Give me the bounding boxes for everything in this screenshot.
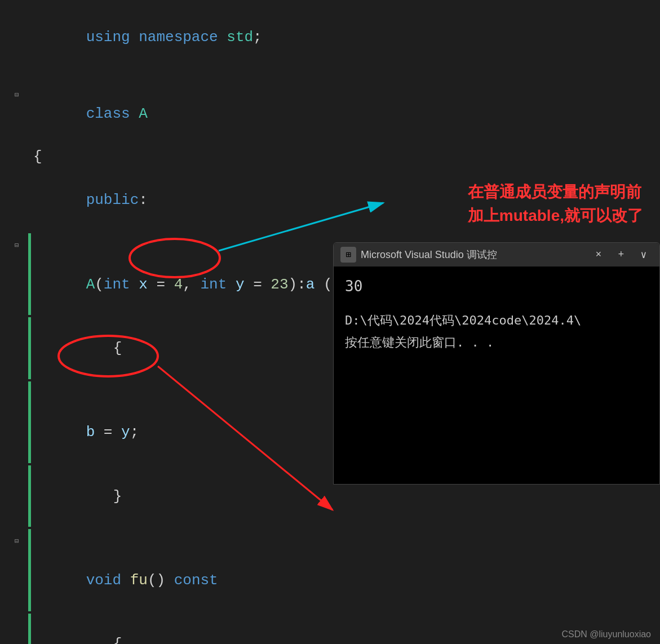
terminal-path: D:\代码\2024代码\2024code\2024.4\ — [345, 311, 648, 330]
csdn-watermark: CSDN @liuyunluoxiao — [561, 629, 651, 639]
annotation-line1: 在普通成员变量的声明前 — [468, 180, 643, 204]
code-line-using: using namespace std; — [0, 6, 660, 69]
green-bar-3 — [28, 381, 31, 464]
green-bar-2 — [28, 317, 31, 379]
code-line-blank1 — [0, 69, 660, 82]
green-bar-5 — [28, 529, 31, 611]
collapse-icon-fu[interactable]: ⊟ — [15, 537, 23, 545]
code-line-void-fu: ⊟ void fu() const — [0, 528, 660, 612]
terminal-add-button[interactable]: + — [612, 247, 630, 263]
terminal-close-button[interactable]: × — [590, 247, 608, 263]
terminal-body: 30 D:\代码\2024代码\2024code\2024.4\ 按任意键关闭此… — [334, 267, 659, 484]
code-line-brace4: { — [0, 612, 660, 644]
collapse-icon-class[interactable]: ⊟ — [15, 91, 23, 99]
annotation-text: 在普通成员变量的声明前 加上mutable,就可以改了 — [468, 180, 643, 228]
green-bar-6 — [28, 614, 31, 644]
terminal-output-number: 30 — [345, 276, 648, 297]
code-line-class: ⊟ class A — [0, 82, 660, 145]
code-line-open-brace: { — [0, 145, 660, 168]
terminal-app-icon: ⊞ — [340, 247, 356, 263]
green-bar-constructor — [28, 233, 31, 316]
terminal-title: Microsoft Visual Studio 调试控 — [361, 248, 585, 261]
terminal-titlebar: ⊞ Microsoft Visual Studio 调试控 × + ∨ — [334, 243, 659, 267]
collapse-icon-constructor[interactable]: ⊟ — [15, 241, 23, 249]
terminal-window: ⊞ Microsoft Visual Studio 调试控 × + ∨ 30 D… — [333, 242, 660, 485]
annotation-line2: 加上mutable,就可以改了 — [468, 204, 643, 228]
green-bar-4 — [28, 465, 31, 527]
terminal-chevron-button[interactable]: ∨ — [635, 247, 653, 263]
terminal-prompt: 按任意键关闭此窗口. . . — [345, 333, 648, 352]
